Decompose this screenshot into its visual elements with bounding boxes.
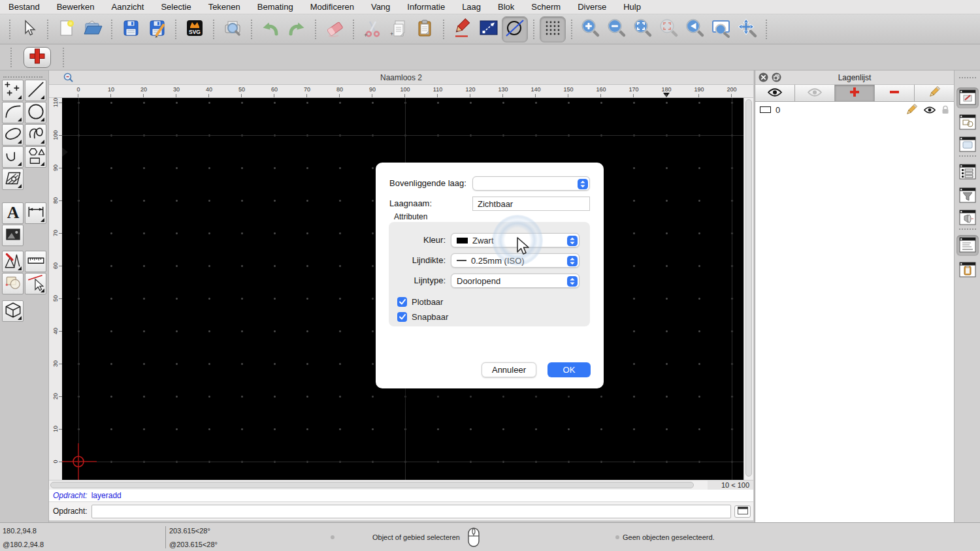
panel-titlebar[interactable]: Lagenlijst (755, 71, 954, 85)
open-file-button[interactable] (80, 16, 106, 42)
close-icon[interactable] (759, 72, 768, 87)
edit-layer-icon[interactable] (905, 103, 918, 116)
menu-selectie[interactable]: Selectie (161, 2, 191, 12)
select-arrow-button[interactable] (16, 16, 42, 42)
command-line-panel-button[interactable] (956, 235, 979, 256)
layer-row[interactable]: 0 (755, 102, 954, 118)
scale-tool-button[interactable] (476, 16, 502, 42)
menu-scherm[interactable]: Scherm (531, 2, 561, 12)
menu-vang[interactable]: Vang (371, 2, 390, 12)
detach-icon[interactable] (772, 72, 781, 87)
toolbar-handle[interactable] (111, 20, 112, 39)
image-tool-button[interactable] (2, 225, 24, 246)
zoom-selection-button[interactable] (656, 16, 682, 42)
cut-button[interactable]: + (359, 16, 385, 42)
strip-handle[interactable] (959, 228, 976, 230)
zoom-window-button[interactable] (708, 16, 734, 42)
spline-tool-button[interactable] (25, 124, 46, 146)
toolbar-handle[interactable] (10, 48, 12, 67)
strip-handle[interactable] (959, 77, 976, 78)
shape-tool-button[interactable] (25, 146, 46, 168)
paste-button[interactable] (412, 16, 438, 42)
toolbar-handle[interactable] (353, 20, 354, 39)
cancel-button[interactable]: Annuleer (482, 362, 536, 377)
strip-handle[interactable] (959, 155, 976, 157)
toolbar-handle[interactable] (766, 20, 767, 39)
hide-all-layers-button[interactable] (795, 85, 835, 101)
command-window-toggle-button[interactable] (734, 505, 751, 518)
print-preview-button[interactable] (220, 16, 246, 42)
edit-layer-button[interactable] (915, 85, 954, 101)
toolbar-handle[interactable] (175, 20, 176, 39)
checkbox-snapbaar[interactable]: Snapbaar (397, 310, 448, 323)
cad-draw-tool-button[interactable] (2, 251, 24, 272)
show-all-layers-button[interactable] (755, 85, 795, 101)
zoom-auto-button[interactable] (630, 16, 656, 42)
toolbar-handle[interactable] (571, 20, 572, 39)
toolbar-handle[interactable] (533, 20, 534, 39)
block-list-panel-button[interactable] (956, 112, 979, 133)
list-view-panel-button[interactable] (956, 162, 979, 183)
ok-button[interactable]: OK (547, 362, 591, 377)
checkbox-plotbaar[interactable]: Plotbaar (397, 295, 443, 308)
circle-tool-button[interactable] (25, 102, 46, 123)
toolbar-handle[interactable] (213, 20, 214, 39)
vertical-scrollbar[interactable] (743, 98, 753, 480)
arc-tool-button[interactable] (2, 102, 24, 123)
toolbar-handle[interactable] (63, 48, 64, 67)
save-as-button[interactable] (144, 16, 170, 42)
modify-tool-button[interactable] (2, 273, 24, 294)
add-layer-button[interactable] (835, 85, 875, 101)
command-input[interactable] (91, 505, 731, 518)
menu-bemating[interactable]: Bemating (257, 2, 293, 12)
layer-list-panel-button[interactable] (956, 87, 979, 108)
zoom-out-button[interactable] (604, 16, 630, 42)
menu-modificeren[interactable]: Modificeren (310, 2, 354, 12)
parent-layer-select[interactable] (472, 176, 590, 191)
remove-layer-button[interactable] (875, 85, 915, 101)
menu-tekenen[interactable]: Tekenen (208, 2, 240, 12)
menu-hulp[interactable]: Hulp (623, 2, 641, 12)
toolbar-handle[interactable] (47, 20, 48, 39)
vertical-scrollbar-thumb[interactable] (745, 99, 752, 477)
view-panel-button[interactable] (956, 208, 979, 228)
toolbar-handle[interactable] (443, 20, 444, 39)
zoom-previous-button[interactable] (682, 16, 708, 42)
measure-tool-button[interactable] (25, 251, 46, 272)
grid-toggle-button[interactable] (540, 16, 566, 42)
toolbar-handle[interactable] (315, 20, 316, 39)
layer-lock-icon[interactable] (941, 105, 949, 114)
snap-tool-button[interactable] (25, 273, 46, 294)
copy-button[interactable]: + (385, 16, 412, 42)
solid-tool-button[interactable] (2, 300, 24, 322)
menu-informatie[interactable]: Informatie (407, 2, 445, 12)
text-tool-button[interactable]: A (2, 202, 24, 224)
svg-export-button[interactable]: SVG (182, 16, 208, 42)
new-file-button[interactable] (54, 16, 80, 42)
polyline-tool-button[interactable] (2, 146, 24, 168)
construction-mode-button[interactable] (502, 16, 528, 42)
document-titlebar[interactable]: Naamloos 2 (49, 71, 753, 85)
menu-laag[interactable]: Laag (462, 2, 481, 12)
redo-button[interactable] (284, 16, 310, 42)
menu-aanzicht[interactable]: Aanzicht (112, 2, 144, 12)
horizontal-scrollbar[interactable] (49, 480, 708, 490)
menu-diverse[interactable]: Diverse (578, 2, 606, 12)
zoom-in-button[interactable] (578, 16, 604, 42)
draw-pencil-button[interactable] (449, 16, 476, 42)
layer-visible-icon[interactable] (924, 106, 936, 114)
zoom-pan-button[interactable] (734, 16, 760, 42)
toolbar-handle[interactable] (9, 20, 10, 39)
linetype-select[interactable]: Doorlopend (451, 274, 580, 288)
menu-bestand[interactable]: Bestand (8, 2, 40, 12)
palette-handle[interactable] (3, 76, 42, 78)
layer-name-field[interactable]: Zichtbaar (472, 197, 590, 211)
toolbar-handle[interactable] (251, 20, 252, 39)
add-layer-tool-button[interactable] (24, 47, 51, 68)
selection-filter-panel-button[interactable] (956, 185, 979, 206)
undo-button[interactable] (257, 16, 284, 42)
dimension-tool-button[interactable] (25, 202, 46, 224)
horizontal-scrollbar-thumb[interactable] (50, 482, 694, 488)
point-tool-button[interactable] (2, 80, 24, 101)
menu-blok[interactable]: Blok (498, 2, 514, 12)
